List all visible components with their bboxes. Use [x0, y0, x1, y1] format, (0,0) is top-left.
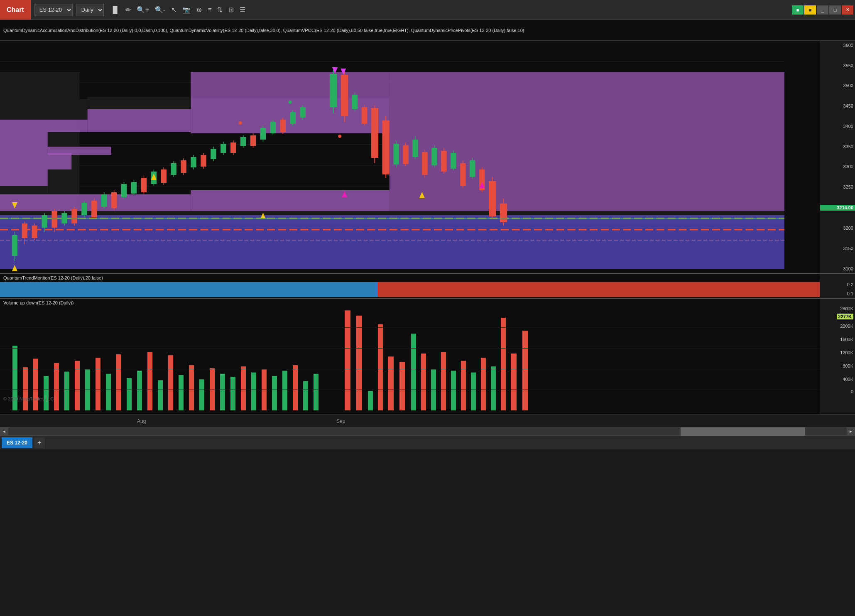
svg-rect-30	[0, 215, 784, 269]
svg-rect-188	[491, 366, 496, 410]
volume-panel-label: Volume up down(ES 12-20 (Daily))	[3, 300, 73, 305]
svg-rect-153	[106, 374, 111, 410]
svg-rect-172	[303, 381, 308, 410]
zoom-in-icon[interactable]: 🔍+	[135, 4, 150, 15]
chart-svg	[0, 41, 784, 273]
trend-blue-bar	[0, 282, 378, 297]
svg-rect-166	[241, 366, 246, 410]
chart-canvas	[0, 41, 820, 273]
svg-rect-14	[0, 153, 71, 169]
scroll-track[interactable]	[8, 427, 847, 435]
vol-1200k: 1200K	[840, 350, 853, 355]
svg-point-141	[338, 135, 341, 138]
svg-rect-150	[75, 361, 80, 410]
svg-rect-181	[421, 353, 426, 410]
trend-monitor-label: QuantumTrendMonitor(ES 12-20 (Daily),20,…	[3, 275, 103, 280]
vol-400k: 400K	[843, 377, 853, 382]
price-3200: 3200	[820, 226, 855, 231]
trend-monitor-panel: QuantumTrendMonitor(ES 12-20 (Daily),20,…	[0, 273, 855, 298]
svg-rect-191	[522, 331, 528, 410]
close-btn[interactable]: ✕	[842, 5, 853, 15]
aug-label: Aug	[137, 418, 146, 424]
price-3100: 3100	[820, 266, 855, 271]
green-btn[interactable]: ■	[792, 5, 804, 15]
price-3600: 3600	[820, 43, 855, 48]
trend-red-bar	[378, 282, 855, 297]
svg-rect-155	[127, 378, 132, 410]
sep-label: Sep	[336, 418, 345, 424]
window-controls: ■ ■ _ □ ✕	[792, 5, 853, 15]
svg-rect-169	[272, 376, 277, 410]
vol-2800k: 2800K	[840, 306, 853, 311]
svg-rect-15	[0, 132, 48, 153]
svg-rect-158	[158, 380, 163, 410]
pencil-icon[interactable]: ✏	[124, 4, 132, 15]
timeframe-selector[interactable]: Daily	[76, 4, 104, 16]
svg-rect-26	[0, 186, 48, 194]
symbol-selector[interactable]: ES 12-20	[34, 4, 73, 16]
tab-es1220[interactable]: ES 12-20	[2, 437, 32, 448]
tab-add[interactable]: +	[34, 437, 45, 448]
price-3550: 3550	[820, 63, 855, 68]
svg-rect-143	[0, 307, 820, 410]
svg-rect-167	[251, 373, 256, 410]
svg-rect-159	[168, 355, 173, 410]
scroll-thumb[interactable]	[681, 427, 805, 436]
svg-rect-25	[191, 190, 389, 211]
svg-point-140	[289, 101, 292, 104]
scrollbar-area[interactable]: ◄ ►	[0, 427, 855, 435]
svg-rect-147	[44, 376, 49, 410]
minimize-btn[interactable]: _	[817, 5, 828, 15]
trend-01: 0.1	[847, 291, 853, 296]
scroll-right[interactable]: ►	[847, 427, 855, 436]
crosshair-icon[interactable]: ⊕	[195, 4, 203, 15]
svg-rect-161	[189, 365, 194, 410]
svg-rect-23	[191, 72, 389, 98]
arrows-icon[interactable]: ⇅	[216, 4, 224, 15]
bar-chart-icon[interactable]: ▐▌	[109, 5, 122, 15]
svg-rect-18	[88, 109, 191, 132]
vol-800k: 800K	[843, 363, 853, 368]
scroll-left[interactable]: ◄	[0, 427, 8, 436]
svg-rect-163	[210, 368, 215, 410]
price-3500: 3500	[820, 83, 855, 88]
trend-02: 0.2	[847, 282, 853, 287]
svg-rect-28	[0, 99, 88, 107]
grid-icon[interactable]: ⊞	[227, 4, 235, 15]
svg-rect-179	[399, 362, 405, 410]
svg-rect-185	[461, 361, 466, 410]
svg-rect-157	[147, 352, 152, 410]
svg-rect-170	[282, 371, 287, 410]
price-3250: 3250	[820, 184, 855, 189]
svg-rect-176	[368, 391, 373, 410]
volume-axis: 2800K 2277K 2000K 1600K 1200K 800K 400K …	[820, 299, 855, 415]
camera-icon[interactable]: 📷	[181, 4, 192, 15]
svg-rect-22	[390, 72, 784, 215]
trend-axis: 0.2 0.1	[820, 274, 855, 298]
svg-point-139	[239, 121, 242, 125]
maximize-btn[interactable]: □	[829, 5, 841, 15]
vol-current: 2277K	[837, 314, 853, 319]
svg-rect-148	[54, 363, 59, 410]
vol-2000k: 2000K	[840, 324, 853, 329]
svg-rect-165	[230, 377, 235, 410]
price-3400: 3400	[820, 124, 855, 129]
cursor-icon[interactable]: ↖	[169, 4, 178, 15]
volume-svg	[0, 307, 820, 410]
yellow-btn[interactable]: ■	[804, 5, 816, 15]
svg-rect-180	[411, 334, 416, 410]
svg-rect-160	[179, 375, 184, 410]
svg-rect-145	[23, 367, 28, 410]
menu-icon[interactable]: ☰	[238, 4, 247, 15]
toolbar-icons: ▐▌ ✏ 🔍+ 🔍- ↖ 📷 ⊕ ≡ ⇅ ⊞ ☰	[109, 4, 247, 15]
price-3450: 3450	[820, 103, 855, 108]
svg-rect-154	[116, 354, 121, 410]
svg-rect-175	[356, 316, 362, 410]
zoom-out-icon[interactable]: 🔍-	[153, 4, 167, 15]
price-axis: 3600 3550 3500 3450 3400 3350 3300 3250 …	[820, 41, 855, 273]
svg-rect-187	[481, 358, 486, 410]
vol-1600k: 1600K	[840, 337, 853, 342]
svg-rect-17	[0, 120, 88, 132]
lines-icon[interactable]: ≡	[206, 5, 213, 15]
svg-rect-171	[293, 365, 298, 410]
